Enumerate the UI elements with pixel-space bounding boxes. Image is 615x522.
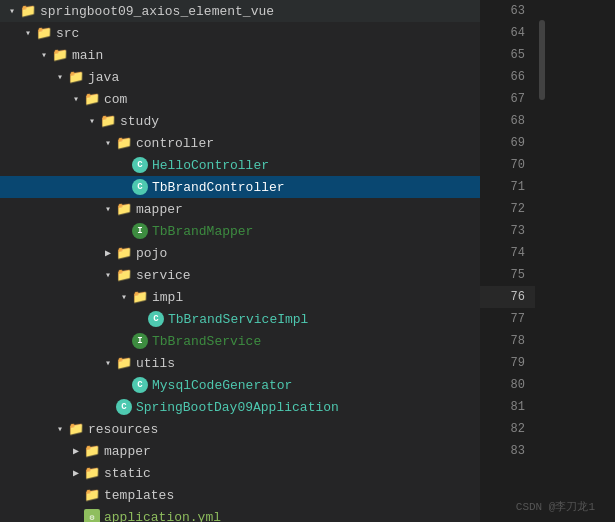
tree-item-13[interactable]: ▾📁service: [0, 264, 480, 286]
tree-item-label: mapper: [136, 202, 480, 217]
tree-item-7[interactable]: ▾📁controller: [0, 132, 480, 154]
class-icon: C: [132, 377, 148, 393]
folder-arrow-icon: ▾: [84, 115, 100, 127]
folder-icon: 📁: [116, 267, 132, 283]
folder-icon: 📁: [68, 69, 84, 85]
tree-item-23[interactable]: 📁templates: [0, 484, 480, 506]
tree-item-8[interactable]: CHelloController: [0, 154, 480, 176]
folder-icon: 📁: [84, 443, 100, 459]
line-number-82: 82: [480, 418, 535, 440]
line-number-69: 69: [480, 132, 535, 154]
folder-arrow-icon: ▾: [52, 71, 68, 83]
tree-item-3[interactable]: ▾📁main: [0, 44, 480, 66]
interface-icon: I: [132, 333, 148, 349]
class-icon: C: [132, 157, 148, 173]
tree-item-label: TbBrandMapper: [152, 224, 480, 239]
tree-item-6[interactable]: ▾📁study: [0, 110, 480, 132]
tree-item-20[interactable]: ▾📁resources: [0, 418, 480, 440]
scrollbar-area[interactable]: [535, 0, 549, 522]
folder-arrow-icon: ▾: [100, 137, 116, 149]
folder-icon: 📁: [68, 421, 84, 437]
tree-item-11[interactable]: ITbBrandMapper: [0, 220, 480, 242]
tree-item-9[interactable]: CTbBrandController: [0, 176, 480, 198]
tree-item-17[interactable]: ▾📁utils: [0, 352, 480, 374]
folder-icon: 📁: [84, 91, 100, 107]
folder-icon: 📁: [84, 487, 100, 503]
tree-item-label: TbBrandController: [152, 180, 480, 195]
tree-item-4[interactable]: ▾📁java: [0, 66, 480, 88]
line-number-79: 79: [480, 352, 535, 374]
folder-icon: 📁: [100, 113, 116, 129]
folder-icon: 📁: [116, 201, 132, 217]
tree-item-label: HelloController: [152, 158, 480, 173]
tree-item-22[interactable]: ▶📁static: [0, 462, 480, 484]
tree-item-1[interactable]: ▾📁springboot09_axios_element_vue: [0, 0, 480, 22]
folder-arrow-icon: ▾: [100, 357, 116, 369]
tree-item-label: utils: [136, 356, 480, 371]
tree-item-21[interactable]: ▶📁mapper: [0, 440, 480, 462]
folder-arrow-icon: ▾: [100, 269, 116, 281]
folder-icon: 📁: [116, 355, 132, 371]
tree-item-12[interactable]: ▶📁pojo: [0, 242, 480, 264]
tree-item-label: study: [120, 114, 480, 129]
line-number-74: 74: [480, 242, 535, 264]
tree-item-14[interactable]: ▾📁impl: [0, 286, 480, 308]
class-icon: C: [116, 399, 132, 415]
tree-item-5[interactable]: ▾📁com: [0, 88, 480, 110]
tree-item-16[interactable]: ITbBrandService: [0, 330, 480, 352]
folder-arrow-icon: ▶: [100, 247, 116, 259]
folder-icon: 📁: [116, 245, 132, 261]
tree-item-label: TbBrandService: [152, 334, 480, 349]
folder-arrow-icon: ▾: [20, 27, 36, 39]
tree-item-18[interactable]: CMysqlCodeGenerator: [0, 374, 480, 396]
folder-icon: 📁: [20, 3, 36, 19]
line-number-81: 81: [480, 396, 535, 418]
line-number-65: 65: [480, 44, 535, 66]
folder-arrow-icon: ▾: [116, 291, 132, 303]
line-number-80: 80: [480, 374, 535, 396]
tree-item-19[interactable]: CSpringBootDay09Application: [0, 396, 480, 418]
scrollbar-thumb[interactable]: [539, 20, 545, 100]
watermark: CSDN @李刀龙1: [516, 499, 595, 514]
folder-arrow-icon: ▾: [68, 93, 84, 105]
tree-item-label: mapper: [104, 444, 480, 459]
line-numbers-panel: 6364656667686970717273747576777879808182…: [480, 0, 535, 522]
tree-item-label: pojo: [136, 246, 480, 261]
line-number-63: 63: [480, 0, 535, 22]
file-tree-panel: ▾📁springboot09_axios_element_vue▾📁src▾📁m…: [0, 0, 480, 522]
tree-item-label: templates: [104, 488, 480, 503]
tree-item-label: service: [136, 268, 480, 283]
tree-item-24[interactable]: ⚙application.yml: [0, 506, 480, 522]
line-number-77: 77: [480, 308, 535, 330]
folder-icon: 📁: [52, 47, 68, 63]
folder-arrow-icon: ▾: [36, 49, 52, 61]
line-number-66: 66: [480, 66, 535, 88]
folder-arrow-icon: ▾: [4, 5, 20, 17]
line-number-78: 78: [480, 330, 535, 352]
line-number-75: 75: [480, 264, 535, 286]
folder-icon: 📁: [116, 135, 132, 151]
line-number-73: 73: [480, 220, 535, 242]
tree-item-15[interactable]: CTbBrandServiceImpl: [0, 308, 480, 330]
class-icon: C: [132, 179, 148, 195]
tree-item-label: impl: [152, 290, 480, 305]
line-number-64: 64: [480, 22, 535, 44]
tree-item-label: java: [88, 70, 480, 85]
tree-item-10[interactable]: ▾📁mapper: [0, 198, 480, 220]
line-number-71: 71: [480, 176, 535, 198]
tree-item-label: TbBrandServiceImpl: [168, 312, 480, 327]
tree-item-label: src: [56, 26, 480, 41]
tree-item-label: controller: [136, 136, 480, 151]
tree-item-label: application.yml: [104, 510, 480, 523]
tree-item-label: com: [104, 92, 480, 107]
line-number-72: 72: [480, 198, 535, 220]
folder-arrow-icon: ▾: [100, 203, 116, 215]
folder-arrow-icon: ▶: [68, 445, 84, 457]
tree-item-label: MysqlCodeGenerator: [152, 378, 480, 393]
tree-item-label: SpringBootDay09Application: [136, 400, 480, 415]
tree-item-label: static: [104, 466, 480, 481]
folder-arrow-icon: ▶: [68, 467, 84, 479]
folder-icon: 📁: [132, 289, 148, 305]
tree-item-2[interactable]: ▾📁src: [0, 22, 480, 44]
interface-icon: I: [132, 223, 148, 239]
